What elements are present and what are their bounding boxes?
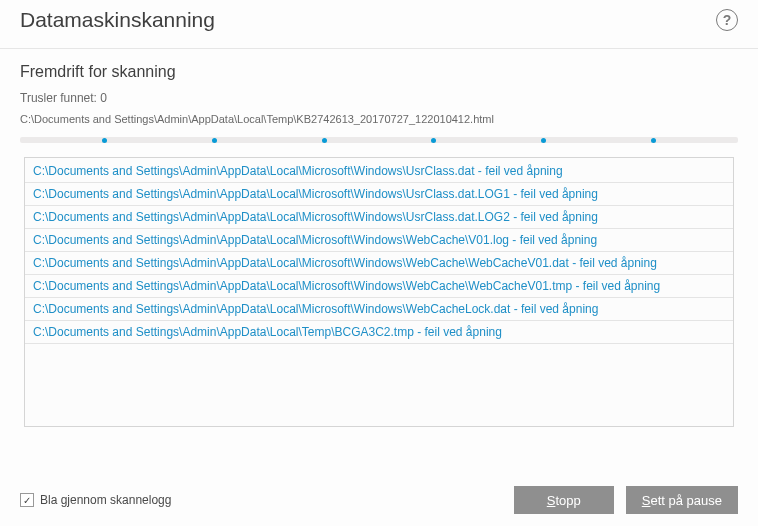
footer-bar: ✓ Bla gjennom skannelogg Stopp Sett på p… [0, 474, 758, 526]
log-entry: C:\Documents and Settings\Admin\AppData\… [25, 275, 733, 298]
scan-progress-title: Fremdrift for skanning [20, 63, 738, 81]
log-entry: C:\Documents and Settings\Admin\AppData\… [25, 183, 733, 206]
progress-dots [20, 137, 738, 143]
log-entry: C:\Documents and Settings\Admin\AppData\… [25, 206, 733, 229]
threats-found-label: Trusler funnet: 0 [20, 91, 738, 105]
log-entry: C:\Documents and Settings\Admin\AppData\… [25, 158, 733, 183]
log-entry: C:\Documents and Settings\Admin\AppData\… [25, 298, 733, 321]
current-scanning-file: C:\Documents and Settings\Admin\AppData\… [20, 113, 738, 125]
stop-button[interactable]: Stopp [514, 486, 614, 514]
page-title: Datamaskinskanning [20, 8, 215, 32]
help-icon[interactable]: ? [716, 9, 738, 31]
progress-bar [20, 137, 738, 143]
checkbox-icon: ✓ [20, 493, 34, 507]
scroll-log-checkbox[interactable]: ✓ Bla gjennom skannelogg [20, 493, 171, 507]
content-area: Fremdrift for skanning Trusler funnet: 0… [0, 49, 758, 427]
checkbox-label: Bla gjennom skannelogg [40, 493, 171, 507]
pause-button[interactable]: Sett på pause [626, 486, 738, 514]
log-entry: C:\Documents and Settings\Admin\AppData\… [25, 321, 733, 344]
log-entry: C:\Documents and Settings\Admin\AppData\… [25, 252, 733, 275]
header-bar: Datamaskinskanning ? [0, 0, 758, 49]
scan-log-panel[interactable]: C:\Documents and Settings\Admin\AppData\… [24, 157, 734, 427]
log-entry: C:\Documents and Settings\Admin\AppData\… [25, 229, 733, 252]
